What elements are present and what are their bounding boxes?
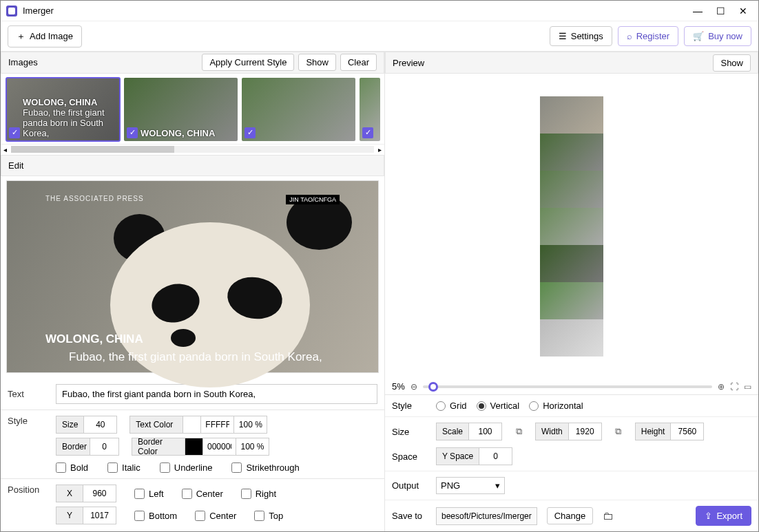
zoom-in-icon[interactable]: ⊕ (718, 382, 725, 392)
edit-preview: THE ASSOCIATED PRESS JIN TAO/CNFGA WOLON… (6, 180, 379, 373)
pos-left-checkbox[interactable]: Left (134, 489, 164, 499)
width-label: Width (535, 423, 569, 440)
grid-radio[interactable]: Grid (436, 401, 467, 411)
bordercolor-input[interactable] (203, 438, 236, 456)
pos-center-y-checkbox[interactable]: Center (195, 511, 236, 521)
border-label: Border (56, 438, 90, 456)
sliders-icon: ☰ (559, 31, 567, 41)
edit-form: Text Style Size Text Color Border Border… (1, 377, 384, 531)
folder-icon[interactable]: 🗀 (603, 510, 614, 522)
underline-checkbox[interactable]: Underline (160, 462, 213, 473)
zoom-slider[interactable] (423, 385, 712, 388)
link-icon[interactable]: ⧉ (512, 426, 526, 437)
width-input[interactable] (569, 423, 602, 440)
svg-rect-0 (8, 8, 15, 14)
preview-item (540, 96, 603, 134)
zoom-out-icon[interactable]: ⊖ (410, 382, 417, 392)
app-icon (6, 6, 17, 17)
preview-item (540, 282, 603, 319)
buy-now-label: Buy now (708, 31, 742, 41)
settings-button[interactable]: ☰ Settings (550, 26, 612, 46)
bordercolor-label: Border Color (132, 438, 185, 456)
pos-center-x-checkbox[interactable]: Center (182, 489, 223, 499)
images-header: Images Apply Current Style Show Clear (1, 52, 384, 74)
apply-style-button[interactable]: Apply Current Style (202, 54, 294, 71)
maximize-icon[interactable]: ☐ (716, 6, 725, 17)
x-input[interactable] (83, 485, 116, 502)
link-icon[interactable]: ⧉ (612, 426, 625, 437)
thumbnail-strip: ✓ WOLONG, CHINAFubao, the first giant pa… (1, 74, 384, 145)
images-show-button[interactable]: Show (298, 54, 336, 71)
bold-checkbox[interactable]: Bold (56, 462, 88, 473)
strike-checkbox[interactable]: Strikethrough (231, 462, 299, 473)
plus-icon: ＋ (17, 30, 25, 43)
textcolor-swatch[interactable] (183, 416, 201, 434)
source-watermark: THE ASSOCIATED PRESS (45, 195, 144, 202)
text-label: Text (8, 389, 49, 399)
italic-checkbox[interactable]: Italic (107, 462, 141, 473)
scale-label: Scale (436, 423, 469, 440)
size-label: Size (56, 416, 84, 434)
buy-now-button[interactable]: 🛒 Buy now (684, 26, 751, 46)
zoom-row: 5% ⊖ ⊕ ⛶ ▭ (385, 379, 758, 395)
preview-item (540, 319, 603, 357)
y-label: Y (56, 507, 83, 524)
export-button[interactable]: ⇪ Export (696, 506, 751, 526)
pos-right-checkbox[interactable]: Right (241, 489, 276, 499)
vertical-radio[interactable]: Vertical (477, 401, 520, 411)
main-toolbar: ＋ Add Image ☰ Settings ⌕ Register 🛒 Buy … (1, 21, 758, 52)
close-icon[interactable]: ✕ (739, 6, 747, 17)
actual-size-icon[interactable]: ▭ (744, 382, 751, 392)
minimize-icon[interactable]: — (693, 6, 703, 17)
export-icon: ⇪ (705, 511, 712, 521)
images-clear-button[interactable]: Clear (340, 54, 377, 71)
thumbnail[interactable]: ✓ WOLONG, CHINAFubao, the first giant pa… (6, 78, 120, 141)
scroll-right-icon[interactable]: ▸ (378, 146, 382, 153)
thumbnail[interactable]: ✓WOLONG, CHINA (124, 78, 238, 141)
horizontal-radio[interactable]: Horizontal (529, 401, 583, 411)
layout-style-label: Style (392, 401, 426, 411)
edit-header: Edit (1, 155, 384, 177)
add-image-button[interactable]: ＋ Add Image (8, 25, 82, 47)
check-icon: ✓ (127, 127, 138, 138)
out-size-label: Size (392, 427, 426, 437)
output-label: Output (392, 480, 426, 491)
chevron-down-icon: ▾ (495, 480, 500, 491)
textcolor-opacity-input[interactable] (234, 416, 267, 434)
scroll-handle[interactable] (11, 146, 174, 153)
thumb-scrollbar[interactable]: ◂ ▸ (1, 144, 384, 155)
font-size-input[interactable] (84, 416, 117, 434)
textcolor-input[interactable] (201, 416, 234, 434)
key-icon: ⌕ (627, 31, 632, 41)
style-label: Style (8, 416, 49, 426)
save-to-label: Save to (392, 511, 426, 521)
preview-stack (540, 96, 603, 357)
position-label: Position (8, 485, 49, 495)
overlay-location: WOLONG, CHINA (45, 332, 143, 346)
check-icon: ✓ (245, 127, 256, 138)
output-format-select[interactable]: PNG▾ (436, 477, 505, 494)
preview-header: Preview Show (385, 52, 758, 74)
pos-top-checkbox[interactable]: Top (254, 511, 283, 521)
pos-bottom-checkbox[interactable]: Bottom (134, 511, 177, 521)
border-input[interactable] (90, 438, 119, 456)
preview-item (540, 245, 603, 282)
thumbnail[interactable]: ✓ (242, 78, 355, 141)
preview-show-button[interactable]: Show (713, 54, 751, 72)
preview-item (540, 134, 603, 171)
zoom-knob[interactable] (428, 382, 438, 392)
app-title: Imerger (23, 6, 54, 16)
height-input[interactable] (671, 423, 704, 440)
bordercolor-opacity-input[interactable] (236, 438, 269, 456)
titlebar: Imerger — ☐ ✕ (1, 1, 758, 21)
save-path: beesoft/Pictures/Imerger (436, 507, 537, 525)
bordercolor-swatch[interactable] (185, 438, 203, 456)
register-button[interactable]: ⌕ Register (618, 26, 678, 46)
scroll-left-icon[interactable]: ◂ (3, 146, 7, 153)
y-input[interactable] (83, 507, 116, 524)
fit-icon[interactable]: ⛶ (730, 382, 738, 392)
scale-input[interactable] (469, 423, 502, 440)
change-path-button[interactable]: Change (547, 507, 594, 524)
thumbnail[interactable]: ✓ (360, 78, 380, 141)
yspace-input[interactable] (479, 447, 512, 465)
